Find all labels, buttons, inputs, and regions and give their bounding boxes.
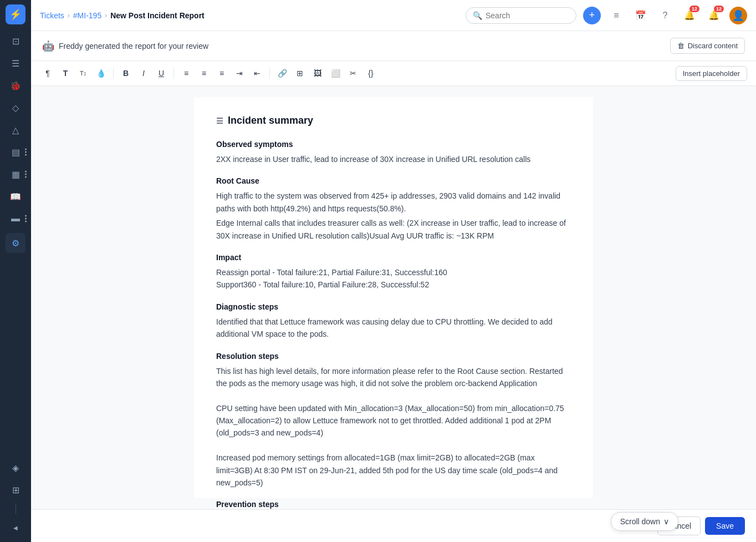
sidebar-dots [25,149,27,156]
logo-icon: ⚡ [9,8,22,21]
nav-help-icon[interactable]: ? [656,7,674,24]
sidebar-collapse-icon[interactable]: ◀ [6,518,25,538]
search-icon: 🔍 [473,11,482,20]
nav-calendar-icon[interactable]: 📅 [632,7,650,24]
sidebar-dots-2 [25,171,27,178]
alert-icon: △ [12,125,19,135]
align-center-btn[interactable]: ≡ [196,65,212,81]
save-button[interactable]: Save [705,517,745,535]
insert-placeholder-btn[interactable]: Insert placeholder [676,66,747,81]
breadcrumb: Tickets › #MI-195 › New Post Incident Re… [40,11,205,20]
toolbar-sep-1 [113,68,114,79]
scroll-down-label: Scroll down [620,517,660,526]
subsection-impact: Impact Reassign portal - Total failure:2… [216,253,571,291]
shield-icon: ◇ [12,103,19,113]
sidebar-item-chart[interactable]: ▬ [6,209,25,229]
subsection-impact-text: Reassign portal - Total failure:21, Part… [216,266,571,291]
subsection-root-cause-text: High traffic to the system was observed … [216,190,571,242]
section-title-text: Incident summary [228,115,313,126]
italic-btn[interactable]: I [136,65,151,81]
drag-handle-icon: ☰ [216,116,223,125]
breadcrumb-tickets[interactable]: Tickets [40,11,64,20]
sidebar-section-chart: ▬ [6,209,25,229]
link-btn[interactable]: 🔗 [274,65,290,81]
bottom-bar: Scroll down ∨ Cancel Save [31,509,756,542]
chevron-down-icon: ∨ [663,517,669,526]
app-logo[interactable]: ⚡ [6,4,25,24]
sidebar-section-reports: ▦ [6,164,25,184]
help-icon: ? [663,11,668,21]
sidebar-item-reports[interactable]: ▦ [6,164,25,184]
scroll-down-button[interactable]: Scroll down ∨ [611,512,678,531]
subsection-observed-title: Observed symptoms [216,140,571,149]
toolbar-sep-3 [269,68,270,79]
sidebar-item-bugs[interactable]: 🐞 [6,75,25,95]
search-input[interactable] [486,11,569,20]
cut-btn[interactable]: ✂ [345,65,361,81]
sidebar-dots-3 [25,215,27,222]
code-btn[interactable]: {} [363,65,379,81]
editor-toolbar: ¶ T T↕ 💧 B I U ≡ ≡ ≡ ⇥ ⇤ 🔗 ⊞ 🖼 ⬜ ✂ {} In… [31,61,756,86]
sidebar-item-cube[interactable]: ◈ [6,458,25,478]
indent-btn[interactable]: ⇥ [232,65,247,81]
sidebar-item-layers[interactable]: ▤ [6,142,25,162]
breadcrumb-sep-2: › [105,12,107,19]
add-button[interactable]: + [583,7,601,24]
sidebar-item-book[interactable]: 📖 [6,186,25,206]
subsection-prevention: Prevention steps Performed thread dump f… [216,500,571,509]
subsection-root-cause: Root Cause High traffic to the system wa… [216,176,571,242]
subsection-diagnostic-text: Identified that that Lettuce framework w… [216,316,571,341]
subsection-observed-text: 2XX increase in User traffic, lead to in… [216,153,571,165]
sidebar-item-inbox[interactable]: ☰ [6,53,25,73]
freddy-text: Freddy generated the report for your rev… [59,42,208,50]
trash-icon: 🗑 [677,42,685,50]
subsection-root-cause-title: Root Cause [216,176,571,185]
freddy-message: 🤖 Freddy generated the report for your r… [42,40,208,52]
sidebar-item-alerts[interactable]: △ [6,120,25,140]
subsection-resolution-text: This list has high level details, for mo… [216,365,571,489]
settings-icon: ⚙ [12,238,19,249]
subsection-resolution: Resolution steps This list has high leve… [216,352,571,489]
subsection-diagnostic: Diagnostic steps Identified that that Le… [216,302,571,341]
subsection-prevention-title: Prevention steps [216,500,571,509]
sidebar-item-home[interactable]: ⊡ [6,31,25,51]
user-avatar[interactable]: 👤 [729,7,747,24]
sidebar-item-shield[interactable]: ◇ [6,98,25,118]
sidebar-item-grid[interactable]: ⊞ [6,480,25,500]
sidebar: ⚡ ⊡ ☰ 🐞 ◇ △ ▤ ▦ 📖 ▬ [0,0,31,542]
text-size-btn[interactable]: T↕ [75,65,91,81]
freddy-icon: 🤖 [42,40,54,52]
dropper-btn[interactable]: 💧 [93,65,109,81]
nav-bell-icon[interactable]: 🔔 12 [681,7,698,24]
outdent-btn[interactable]: ⇤ [249,65,265,81]
search-box[interactable]: 🔍 [466,7,576,24]
breadcrumb-sep-1: › [68,12,70,19]
discard-button[interactable]: 🗑 Discard content [670,38,745,54]
cube-icon: ◈ [12,463,19,473]
chart-icon: ▬ [11,214,20,224]
bug-icon: 🐞 [10,80,21,91]
image-btn[interactable]: 🖼 [310,65,325,81]
subsection-impact-title: Impact [216,253,571,262]
subsection-diagnostic-title: Diagnostic steps [216,302,571,311]
editor-wrapper[interactable]: ☰ Incident summary Observed symptoms 2XX… [31,86,756,509]
frame-btn[interactable]: ⬜ [328,65,343,81]
calendar-icon: 📅 [635,10,646,21]
table-btn[interactable]: ⊞ [292,65,308,81]
sidebar-item-settings[interactable]: ⚙ [6,233,25,253]
sidebar-bottom: ◈ ⊞ ◀ [6,458,25,538]
nav-list-icon[interactable]: ≡ [607,7,625,24]
breadcrumb-ticket-id[interactable]: #MI-195 [73,11,101,20]
nav-notification-icon[interactable]: 🔔 12 [705,7,723,24]
underline-btn[interactable]: U [154,65,169,81]
document-title: ☰ Incident summary [216,115,571,126]
inbox-icon: ☰ [12,58,19,69]
text-style-btn[interactable]: T [58,65,73,81]
notification-badge: 12 [714,6,724,12]
layers-icon: ▤ [12,147,20,158]
paragraph-btn[interactable]: ¶ [40,65,55,81]
align-left-btn[interactable]: ≡ [178,65,194,81]
home-icon: ⊡ [12,36,19,47]
bold-btn[interactable]: B [118,65,134,81]
list-btn[interactable]: ≡ [214,65,229,81]
